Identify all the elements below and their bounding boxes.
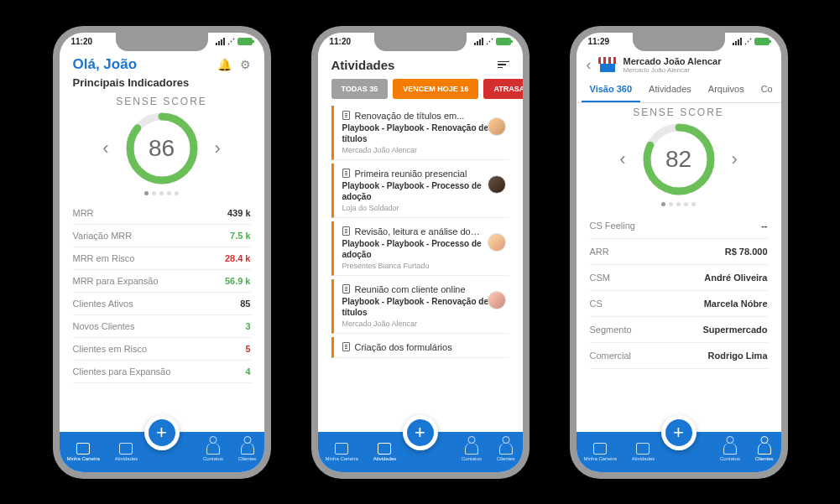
tab[interactable]: Arquivos <box>700 77 753 102</box>
field-value: R$ 78.000 <box>725 247 768 257</box>
nav-item[interactable]: Contatos <box>462 443 482 461</box>
activity-item[interactable]: Revisão, leitura e análise do…Playbook -… <box>331 221 509 276</box>
gear-icon[interactable]: ⚙ <box>240 58 251 71</box>
activity-subtitle: Playbook - Playbook - Renovação de títul… <box>342 122 509 144</box>
bottom-nav: Minha CarteiraAtividadesContatosClientes… <box>60 432 264 472</box>
nav-icon <box>119 443 133 455</box>
metric-label: Variação MRR <box>73 231 133 241</box>
phone-frame-1: 11:20 ⋰ Olá, João 🔔 ⚙ Principais Indicad… <box>53 26 271 479</box>
metric-row[interactable]: MRR para Expansão56.9 k <box>73 270 251 293</box>
nav-item[interactable]: Atividades <box>373 443 397 461</box>
avatar <box>488 117 506 136</box>
score-value: 82 <box>641 122 717 197</box>
nav-item[interactable]: Minha Carteira <box>325 443 357 461</box>
fab-button[interactable]: + <box>403 415 438 450</box>
bottom-nav: Minha CarteiraAtividadesContatosClientes… <box>318 432 523 472</box>
nav-label: Minha Carteira <box>66 456 99 461</box>
filter-chip[interactable]: VENCEM HOJE 16 <box>393 79 478 99</box>
tab[interactable]: Visão 360 <box>582 77 641 102</box>
activity-subtitle: Playbook - Playbook - Renovação de títul… <box>342 296 509 318</box>
filter-chip[interactable]: TODAS 35 <box>331 79 389 99</box>
metric-row[interactable]: MRR em Risco28.4 k <box>73 247 251 270</box>
field-label: CS <box>590 299 603 309</box>
nav-item[interactable]: Atividades <box>115 443 138 461</box>
chevron-left-icon[interactable]: ‹ <box>613 142 632 177</box>
filter-chips: TODAS 35VENCEM HOJE 16ATRASAD <box>318 79 523 106</box>
field-row: ComercialRodrigo Lima <box>590 343 768 369</box>
metric-row[interactable]: Clientes em Risco5 <box>73 338 251 361</box>
fab-button[interactable]: + <box>661 415 697 450</box>
field-value: André Oliveira <box>704 273 767 283</box>
nav-item[interactable]: Clientes <box>497 443 515 461</box>
avatar <box>488 291 506 309</box>
store-icon <box>598 57 617 72</box>
filter-chip[interactable]: ATRASAD <box>483 79 522 99</box>
field-row: CS Feeling-- <box>590 213 768 239</box>
nav-item[interactable]: Minha Carteira <box>583 443 616 461</box>
plus-icon: + <box>149 419 175 446</box>
metric-value: 4 <box>245 366 250 377</box>
filter-icon[interactable] <box>498 61 509 69</box>
fab-button[interactable]: + <box>144 415 180 450</box>
document-icon <box>342 342 350 351</box>
field-value: Supermercado <box>702 325 767 335</box>
field-row: SegmentoSupermercado <box>590 317 768 343</box>
chevron-left-icon[interactable]: ‹ <box>96 131 115 166</box>
metric-row[interactable]: Novos Clientes3 <box>73 315 251 338</box>
score-title: SENSE SCORE <box>577 107 781 118</box>
metric-row[interactable]: Clientes para Expansão4 <box>73 361 251 383</box>
store-name: Mercado João Alencar <box>623 56 722 66</box>
metric-value: 28.4 k <box>225 253 251 263</box>
chevron-right-icon[interactable]: › <box>208 131 227 166</box>
nav-item[interactable]: Clientes <box>238 443 257 461</box>
fields-list: CS Feeling--ARRR$ 78.000CSMAndré Oliveir… <box>577 213 781 432</box>
bell-icon[interactable]: 🔔 <box>217 58 232 71</box>
activity-item[interactable]: Primeira reunião presencialPlaybook - Pl… <box>331 164 509 218</box>
activity-list[interactable]: Renovação de títulos em...Playbook - Pla… <box>318 106 523 432</box>
chevron-right-icon[interactable]: › <box>725 142 744 177</box>
nav-label: Contatos <box>203 456 223 461</box>
header: Atividades <box>318 51 523 79</box>
metric-row[interactable]: MRR439 k <box>73 202 251 225</box>
score-title: SENSE SCORE <box>60 96 264 107</box>
metric-value: 85 <box>240 299 250 309</box>
nav-label: Contatos <box>720 456 740 461</box>
screen1-content: Olá, João 🔔 ⚙ Principais Indicadores SEN… <box>60 51 264 432</box>
nav-icon <box>636 443 650 455</box>
tab[interactable]: Co <box>753 77 781 102</box>
nav-icon <box>206 443 220 455</box>
nav-label: Clientes <box>755 456 774 461</box>
tab[interactable]: Atividades <box>640 77 700 102</box>
notch <box>116 33 208 51</box>
nav-label: Contatos <box>462 456 482 461</box>
activity-subtitle: Playbook - Playbook - Processo de adoção <box>342 180 509 202</box>
nav-item[interactable]: Contatos <box>203 443 223 461</box>
metric-value: 439 k <box>227 208 251 218</box>
back-chevron-icon[interactable]: ‹ <box>587 56 592 74</box>
activity-item[interactable]: Renovação de títulos em...Playbook - Pla… <box>331 106 509 160</box>
pager-dots[interactable] <box>60 191 264 195</box>
nav-item[interactable]: Minha Carteira <box>66 443 99 461</box>
metric-label: MRR em Risco <box>73 253 135 263</box>
metric-row[interactable]: Variação MRR7.5 k <box>73 225 251 247</box>
field-row: CSMarcela Nóbre <box>590 291 768 317</box>
document-icon <box>342 169 350 178</box>
nav-icon <box>593 443 607 455</box>
field-label: Segmento <box>590 325 632 335</box>
phone-frame-3: 11:29 ⋰ ‹ Mercado João Alencar Mercado J… <box>570 26 788 479</box>
nav-item[interactable]: Contatos <box>720 443 740 461</box>
pager-dots[interactable] <box>577 202 781 206</box>
phone-screen-1: 11:20 ⋰ Olá, João 🔔 ⚙ Principais Indicad… <box>60 33 264 472</box>
metric-value: 5 <box>245 344 250 354</box>
score-ring: 82 <box>641 122 717 197</box>
status-time: 11:20 <box>71 37 93 46</box>
metric-value: 7.5 k <box>230 231 250 241</box>
activity-item[interactable]: Reunião com cliente onlinePlaybook - Pla… <box>331 279 509 334</box>
activity-client: Presentes Bianca Furtado <box>342 262 509 270</box>
nav-item[interactable]: Clientes <box>755 443 774 461</box>
activity-item[interactable]: Criação dos formulários <box>331 337 509 358</box>
metric-row[interactable]: Clientes Ativos85 <box>73 293 251 315</box>
field-value: Marcela Nóbre <box>704 299 768 309</box>
notch <box>633 33 725 51</box>
nav-item[interactable]: Atividades <box>632 443 655 461</box>
